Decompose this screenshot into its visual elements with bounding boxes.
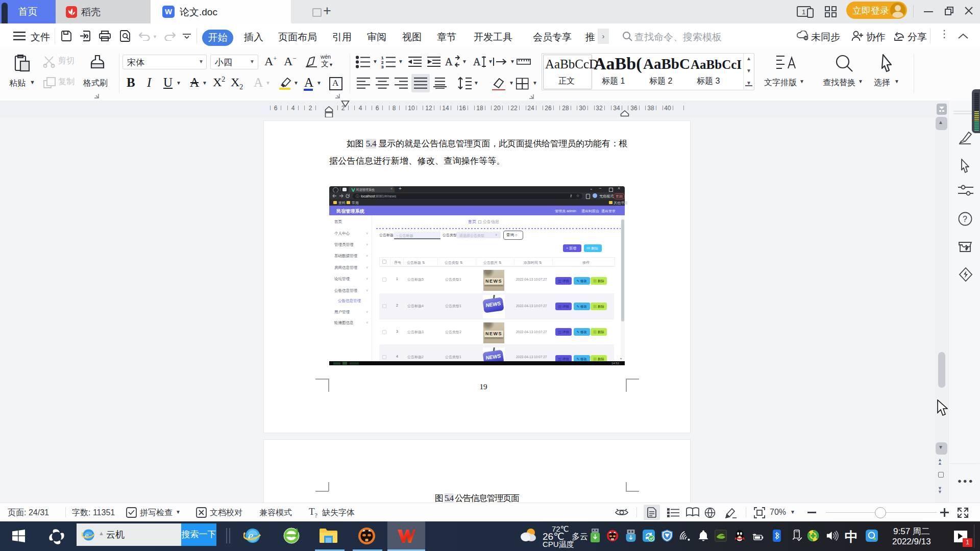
- svg-text:A: A: [445, 56, 453, 67]
- svg-text:2: 2: [381, 60, 384, 65]
- svg-text:1: 1: [802, 8, 805, 16]
- svg-text:e: e: [248, 530, 253, 542]
- svg-text:?: ?: [963, 215, 967, 223]
- svg-text:e: e: [85, 531, 89, 540]
- svg-text:3: 3: [381, 65, 384, 68]
- svg-text:1: 1: [381, 56, 384, 60]
- svg-text:A: A: [473, 56, 481, 67]
